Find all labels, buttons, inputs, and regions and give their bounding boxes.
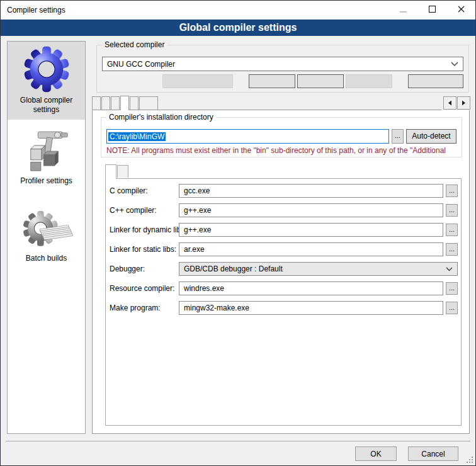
- gear-papers-icon: [20, 208, 73, 253]
- browse-button[interactable]: ...: [446, 282, 458, 295]
- linker-for-dynamic-libs-input[interactable]: g++.exe: [179, 223, 443, 237]
- resource-compiler-input[interactable]: windres.exe: [179, 281, 443, 295]
- field-row-make-program: Make program: mingw32-make.exe ...: [110, 301, 458, 315]
- browse-button[interactable]: ...: [446, 224, 458, 236]
- cancel-button[interactable]: Cancel: [408, 446, 458, 461]
- copy-button[interactable]: [249, 74, 295, 88]
- tab-toolchain-executables[interactable]: [120, 96, 129, 110]
- field-label: C compiler:: [110, 186, 176, 195]
- field-label: Resource compiler:: [110, 284, 176, 293]
- group-legend: Compiler's installation directory: [106, 113, 216, 122]
- sidebar-item-label: Global compiler settings: [9, 96, 84, 115]
- page-title: Global compiler settings: [1, 20, 475, 36]
- browse-button[interactable]: ...: [446, 185, 458, 197]
- tab-build[interactable]: [139, 96, 158, 110]
- reset-defaults-button[interactable]: [408, 74, 463, 88]
- caliper-icon: [23, 126, 70, 175]
- selected-text: C:\raylib\MinGW: [108, 132, 166, 141]
- tab-scroll-buttons: [441, 95, 470, 110]
- linker-for-static-libs-input[interactable]: ar.exe: [179, 242, 443, 256]
- browse-button[interactable]: ...: [446, 204, 458, 217]
- selected-compiler-group: Selected compiler GNU GCC Compiler: [96, 45, 469, 93]
- footer-divider: [6, 441, 470, 441]
- maximize-button[interactable]: [417, 1, 446, 20]
- field-select-value: GDB/CDB debugger : Default: [184, 264, 283, 273]
- group-legend: Selected compiler: [102, 40, 167, 49]
- close-button[interactable]: [446, 1, 475, 20]
- chevron-down-icon: [451, 62, 458, 67]
- footer-buttons: OK Cancel: [355, 446, 458, 461]
- field-label: Make program:: [110, 304, 176, 312]
- sidebar-item-global-compiler-settings[interactable]: Global compiler settings: [8, 42, 85, 120]
- maximize-icon: [429, 6, 436, 14]
- tab-search-directories[interactable]: [111, 96, 120, 110]
- resize-grip[interactable]: [467, 457, 473, 463]
- subtab-program-files[interactable]: [105, 164, 116, 179]
- field-label: Debugger:: [110, 264, 176, 273]
- note-text: NOTE: All programs must exist either in …: [106, 146, 460, 155]
- field-row-linker-for-dynamic-libs: Linker for dynamic libs: g++.exe ...: [110, 223, 458, 237]
- browse-directory-button[interactable]: ...: [392, 129, 404, 144]
- tab-custom-variables[interactable]: [130, 96, 139, 110]
- tab-scroll-right-button[interactable]: [457, 96, 470, 110]
- sidebar-item-profiler-settings[interactable]: Profiler settings: [8, 123, 85, 191]
- field-row-c-compiler: C compiler: gcc.exe ...: [110, 184, 458, 198]
- minimize-icon: [400, 6, 407, 14]
- sidebar-item-batch-builds[interactable]: Batch builds: [8, 206, 85, 268]
- window-controls: [388, 1, 475, 20]
- field-row-resource-compiler: Resource compiler: windres.exe ...: [110, 281, 458, 295]
- browse-button[interactable]: ...: [446, 302, 458, 314]
- program-files-page: C compiler: gcc.exe ... C++ compiler: g+…: [105, 178, 462, 426]
- main-panel: Selected compiler GNU GCC Compiler Compi…: [92, 42, 470, 434]
- titlebar: Compiler settings: [1, 1, 475, 20]
- caliper-icon: [23, 126, 70, 175]
- field-label: Linker for dynamic libs:: [110, 225, 176, 234]
- debugger-select[interactable]: GDB/CDB debugger : Default: [179, 262, 458, 276]
- c-compiler-input[interactable]: g++.exe: [179, 203, 443, 217]
- compiler-buttons-row: [102, 74, 463, 88]
- toolchain-executables-page: Compiler's installation directory C:\ray…: [92, 110, 470, 434]
- ok-button[interactable]: OK: [355, 446, 397, 461]
- tab-linker-settings[interactable]: [101, 96, 110, 110]
- settings-tabbar: [92, 95, 470, 110]
- tab-compiler-settings[interactable]: [92, 96, 101, 110]
- auto-detect-button[interactable]: Auto-detect: [406, 129, 456, 144]
- compiler-select-value: GNU GCC Compiler: [107, 60, 175, 69]
- installation-directory-input[interactable]: C:\raylib\MinGW: [106, 129, 389, 144]
- field-row-debugger: Debugger: GDB/CDB debugger : Default: [110, 262, 458, 276]
- field-label: Linker for static libs:: [110, 245, 176, 254]
- tab-scroll-left-button[interactable]: [443, 96, 456, 110]
- gear-papers-icon: [20, 208, 73, 253]
- minimize-button: [388, 1, 417, 20]
- chevron-down-icon: [446, 267, 453, 271]
- field-label: C++ compiler:: [110, 206, 176, 215]
- sidebar-item-label: Profiler settings: [20, 176, 72, 186]
- settings-sidebar: Global compiler settings Profiler settin…: [7, 41, 86, 434]
- set-as-default-button: [162, 74, 233, 88]
- rename-button[interactable]: [297, 74, 344, 88]
- close-icon: [458, 6, 465, 14]
- subtab-additional-paths[interactable]: [117, 165, 128, 178]
- scroll-right-icon: [462, 99, 466, 108]
- scroll-left-icon: [448, 99, 452, 108]
- compiler-settings-dialog: { "colors": { "banner_bg": "#17477e", "s…: [0, 0, 476, 466]
- program-files-tabbar: [105, 164, 462, 178]
- window-title: Compiler settings: [1, 6, 65, 14]
- delete-button: [346, 74, 392, 88]
- make-program-input[interactable]: mingw32-make.exe: [179, 301, 443, 315]
- field-row-c-compiler: C++ compiler: g++.exe ...: [110, 203, 458, 217]
- browse-button[interactable]: ...: [446, 243, 458, 256]
- installation-directory-row: C:\raylib\MinGW ... Auto-detect: [106, 129, 456, 144]
- blue-gear-icon: [21, 44, 72, 94]
- sidebar-item-label: Batch builds: [26, 254, 67, 263]
- field-row-linker-for-static-libs: Linker for static libs: ar.exe ...: [110, 242, 458, 256]
- installation-directory-group: Compiler's installation directory C:\ray…: [101, 117, 462, 157]
- blue-gear-icon: [21, 44, 72, 94]
- c-compiler-input[interactable]: gcc.exe: [179, 184, 443, 198]
- compiler-select[interactable]: GNU GCC Compiler: [102, 57, 463, 71]
